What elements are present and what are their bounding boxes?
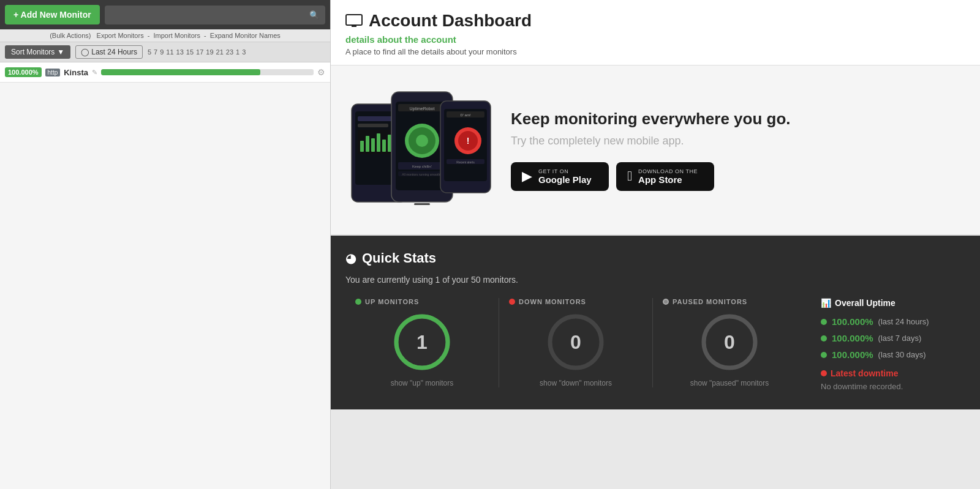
- day-19: 19: [206, 48, 213, 56]
- paused-monitors-label-row: PAUSED MONITORS: [663, 298, 747, 305]
- app-store-text: Download on the App Store: [638, 168, 698, 185]
- sort-monitors-button[interactable]: Sort Monitors ▼: [5, 45, 70, 59]
- show-up-monitors-link[interactable]: show "up" monitors: [391, 379, 454, 387]
- up-monitors-circle: 1: [391, 312, 453, 373]
- svg-rect-10: [371, 138, 375, 152]
- up-monitors-box: UP MONITORS 1 show "up" monitors: [345, 298, 499, 387]
- uptime-30d-dot: [821, 352, 827, 358]
- uptime-24h-row: 100.000% (last 24 hours): [821, 316, 965, 327]
- day-numbers-row: 5 7 9 11 13 15 17 19 21 23 1 3: [148, 48, 246, 56]
- svg-text:Keep chillin': Keep chillin': [412, 165, 432, 168]
- sidebar-actions-bar: (Bulk Actions) Export Monitors - Import …: [0, 29, 330, 42]
- overall-uptime-title: 📊 Overall Uptime: [821, 298, 965, 308]
- store-buttons: ▶ GET IT ON Google Play  Download on th…: [511, 162, 965, 191]
- main-content: Account Dashboard details about the acco…: [331, 0, 980, 489]
- day-17: 17: [196, 48, 203, 56]
- export-monitors-link[interactable]: Export Monitors: [97, 32, 144, 39]
- svg-text:UptimeRobot: UptimeRobot: [410, 106, 435, 111]
- sort-label: Sort Monitors: [11, 48, 55, 56]
- down-count: 0: [570, 331, 581, 354]
- account-header: Account Dashboard details about the acco…: [331, 0, 980, 65]
- paused-monitors-label: PAUSED MONITORS: [673, 298, 747, 305]
- latest-downtime-text: Latest downtime: [831, 368, 898, 378]
- day-23: 23: [226, 48, 233, 56]
- phone-mockup: UptimeRobot Keep chillin' All monitors r…: [345, 83, 492, 217]
- day-9: 9: [160, 48, 164, 56]
- promo-headline: Keep monitoring everywhere you go.: [511, 110, 965, 129]
- day-15: 15: [186, 48, 194, 56]
- no-downtime-text: No downtime recorded.: [821, 382, 965, 391]
- monitor-usage: You are currently using 1 of your 50 mon…: [345, 275, 965, 285]
- chevron-down-icon: ▼: [57, 48, 64, 56]
- google-play-button[interactable]: ▶ GET IT ON Google Play: [511, 162, 609, 191]
- table-row[interactable]: 100.000% http Kinsta ✎ ⚙: [0, 62, 330, 83]
- quick-stats-section: ◕ Quick Stats You are currently using 1 …: [331, 236, 980, 409]
- day-3: 3: [242, 48, 246, 56]
- svg-point-21: [416, 135, 428, 147]
- account-subtitle: details about the account: [345, 34, 965, 45]
- overall-uptime-label: Overall Uptime: [835, 298, 895, 308]
- up-monitors-label: UP MONITORS: [365, 298, 419, 305]
- down-dot: [509, 299, 515, 305]
- svg-text:D' am!: D' am!: [460, 113, 470, 117]
- latest-downtime-label[interactable]: Latest downtime: [821, 368, 965, 378]
- uptime-30d-period: (last 30 days): [878, 350, 926, 359]
- uptime-7d-dot: [821, 335, 827, 342]
- day-13: 13: [176, 48, 184, 56]
- stats-icon: ◕: [345, 251, 356, 266]
- uptime-bar-fill: [101, 69, 260, 75]
- overall-uptime-panel: 📊 Overall Uptime 100.000% (last 24 hours…: [806, 298, 965, 391]
- sidebar: + Add New Monitor 🔍 (Bulk Actions) Expor…: [0, 0, 331, 489]
- up-monitors-label-row: UP MONITORS: [355, 298, 419, 305]
- search-box[interactable]: 🔍: [105, 6, 325, 24]
- day-1: 1: [236, 48, 239, 56]
- show-down-monitors-link[interactable]: show "down" monitors: [540, 379, 612, 387]
- app-store-large: App Store: [638, 174, 682, 185]
- day-7: 7: [154, 48, 157, 56]
- stats-main-and-uptime: UP MONITORS 1 show "up" monitors: [345, 298, 965, 391]
- day-21: 21: [216, 48, 224, 56]
- down-monitors-label: DOWN MONITORS: [519, 298, 586, 305]
- down-monitors-label-row: DOWN MONITORS: [509, 298, 586, 305]
- import-monitors-link[interactable]: Import Monitors: [154, 32, 200, 39]
- monitor-list: 100.000% http Kinsta ✎ ⚙: [0, 62, 330, 489]
- clock-icon: ◯: [81, 48, 89, 56]
- svg-rect-26: [414, 203, 430, 205]
- svg-text:Recent alerts: Recent alerts: [456, 160, 475, 164]
- uptime-24h-value: 100.000%: [832, 316, 873, 327]
- apple-icon: : [627, 168, 632, 184]
- last24-hours-button[interactable]: ◯ Last 24 Hours: [75, 45, 143, 59]
- svg-rect-0: [346, 15, 362, 25]
- show-paused-monitors-link[interactable]: show "paused" monitors: [690, 379, 769, 387]
- paused-monitors-box: PAUSED MONITORS 0 show "paused" monitors: [653, 298, 806, 387]
- svg-rect-12: [382, 140, 386, 152]
- search-icon: 🔍: [309, 10, 319, 20]
- add-monitor-button[interactable]: + Add New Monitor: [5, 5, 100, 24]
- up-dot: [355, 299, 361, 305]
- up-count: 1: [417, 331, 428, 354]
- down-monitors-circle: 0: [545, 312, 606, 373]
- paused-dot: [663, 299, 669, 305]
- svg-rect-11: [377, 133, 380, 152]
- svg-rect-8: [360, 141, 364, 152]
- bulk-actions-link[interactable]: (Bulk Actions): [50, 32, 91, 39]
- svg-text:!: !: [467, 136, 470, 146]
- expand-monitor-names-link[interactable]: Expand Monitor Names: [210, 32, 281, 39]
- promo-subheadline: Try the completely new mobile app.: [511, 135, 965, 147]
- paused-monitors-circle: 0: [699, 312, 760, 373]
- svg-rect-9: [366, 136, 369, 152]
- protocol-badge: http: [45, 69, 61, 77]
- app-store-button[interactable]:  Download on the App Store: [616, 162, 714, 191]
- promo-section: UptimeRobot Keep chillin' All monitors r…: [331, 65, 980, 236]
- dashboard-title: Account Dashboard: [369, 11, 532, 31]
- edit-icon[interactable]: ✎: [92, 69, 97, 77]
- day-5: 5: [148, 48, 151, 56]
- day-11: 11: [166, 48, 173, 56]
- uptime-7d-value: 100.000%: [832, 333, 873, 343]
- quick-stats-label: Quick Stats: [362, 250, 436, 266]
- account-description: A place to find all the details about yo…: [345, 47, 965, 56]
- google-play-small: GET IT ON: [538, 168, 568, 174]
- settings-icon[interactable]: ⚙: [317, 67, 325, 77]
- page-title: Account Dashboard: [345, 11, 965, 31]
- svg-rect-13: [388, 135, 391, 152]
